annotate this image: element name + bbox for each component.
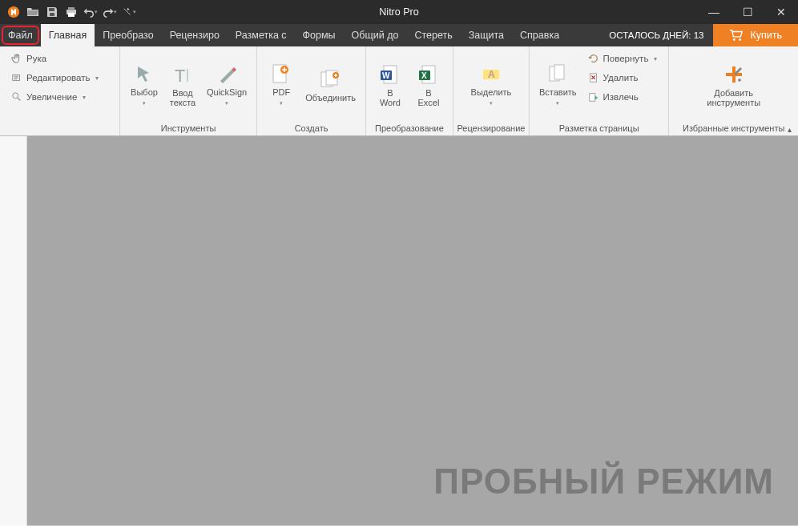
document-area: ПРОБНЫЙ РЕЖИМ [0,136,798,526]
ribbon: Рука Редактировать▾ Увеличение▾ Выбор▾ [0,46,798,136]
to-excel-button[interactable]: X В Excel [409,48,448,120]
trial-watermark: ПРОБНЫЙ РЕЖИМ [433,461,774,502]
tab-file[interactable]: Файл [0,24,41,46]
ribbon-group-page-layout: Вставить▾ Повернуть▾ Удалить Извлечь Раз… [530,46,669,135]
type-text-button[interactable]: T Ввод текста [163,48,202,120]
title-bar: ▾ ▾ ▾ Nitro Pro — ☐ ✕ [0,0,798,24]
app-title: Nitro Pro [379,6,418,18]
svg-rect-0 [49,8,54,11]
svg-point-8 [13,93,18,99]
group-review-label: Рецензирование [453,122,529,135]
print-icon[interactable] [64,5,79,19]
tab-forms[interactable]: Формы [295,24,344,46]
group-layout-label: Разметка страницы [530,122,668,135]
group-convert-label: Преобразование [366,122,453,135]
buy-button[interactable]: Купить [713,24,798,46]
add-tools-button[interactable]: Добавить инструменты [702,48,765,120]
svg-text:W: W [382,71,390,80]
tab-home[interactable]: Главная [41,24,95,46]
svg-text:X: X [421,71,427,80]
svg-text:T: T [175,66,185,86]
ribbon-group-create: PDF▾ Объединить Создать [257,46,366,135]
svg-rect-4 [68,13,75,17]
select-button[interactable]: Выбор▾ [125,48,163,120]
document-canvas[interactable]: ПРОБНЫЙ РЕЖИМ [27,136,798,526]
nav-pane-rail[interactable] [0,136,27,526]
ribbon-tab-bar: Файл Главная Преобразо Рецензиро Разметк… [0,24,798,46]
collapse-ribbon-button[interactable]: ▴ [788,125,792,134]
buy-label: Купить [750,30,782,41]
group-tools-label: Инструменты [120,122,256,135]
open-icon[interactable] [26,5,40,19]
to-word-button[interactable]: W В Word [371,48,409,120]
quick-access-toolbar: ▾ ▾ ▾ [0,5,136,19]
svg-point-5 [733,38,736,41]
extract-button[interactable]: Извлечь [585,88,661,106]
combine-button[interactable]: Объединить [300,48,361,120]
group-favorites-label: Избранные инструменты [669,122,798,135]
redo-icon[interactable]: ▾ [103,5,117,19]
ribbon-group-convert: W В Word X В Excel Преобразование [366,46,453,135]
svg-point-6 [740,38,742,41]
window-controls: — ☐ ✕ [697,0,798,24]
rotate-button[interactable]: Повернуть▾ [585,50,661,67]
zoom-label: Увеличение [26,92,77,102]
trial-days-label: ОСТАЛОСЬ ДНЕЙ: 13 [599,24,713,46]
svg-rect-24 [554,65,564,79]
insert-pages-button[interactable]: Вставить▾ [534,48,582,120]
svg-text:A: A [488,69,495,80]
delete-label: Удалить [603,73,639,83]
ribbon-group-review: A Выделить▾ Рецензирование [453,46,530,135]
tab-page-layout[interactable]: Разметка с [228,24,295,46]
customize-qat-icon[interactable]: ▾ [122,5,136,19]
save-icon[interactable] [45,5,59,19]
hand-tool-button[interactable]: Рука [8,50,111,67]
nitro-logo-icon [6,5,21,19]
tab-review[interactable]: Рецензиро [162,24,228,46]
svg-rect-1 [50,13,54,16]
quicksign-button[interactable]: QuickSign▾ [202,48,252,120]
group-create-label: Создать [257,122,365,135]
highlight-button[interactable]: A Выделить▾ [458,48,524,120]
ribbon-group-favorites: Добавить инструменты Избранные инструмен… [669,46,798,135]
tab-convert[interactable]: Преобразо [95,24,161,46]
hand-label: Рука [26,54,46,63]
rotate-label: Повернуть [603,54,649,63]
delete-button[interactable]: Удалить [585,69,661,87]
maximize-button[interactable]: ☐ [731,0,764,24]
zoom-tool-button[interactable]: Увеличение▾ [8,88,111,106]
tab-help[interactable]: Справка [512,24,567,46]
pdf-button[interactable]: PDF▾ [262,48,300,120]
svg-rect-3 [68,7,75,10]
tab-share[interactable]: Общий до [344,24,407,46]
extract-label: Извлечь [603,92,639,102]
ribbon-group-tools: Выбор▾ T Ввод текста QuickSign▾ Инструме… [120,46,257,135]
edit-tool-button[interactable]: Редактировать▾ [8,69,111,87]
ribbon-group-view: Рука Редактировать▾ Увеличение▾ [0,46,120,135]
cart-icon [729,29,744,42]
tab-protect[interactable]: Защита [461,24,512,46]
close-button[interactable]: ✕ [764,0,798,24]
svg-rect-26 [589,94,594,102]
undo-icon[interactable]: ▾ [83,5,98,19]
tab-erase[interactable]: Стереть [406,24,460,46]
minimize-button[interactable]: — [697,0,731,24]
edit-label: Редактировать [26,73,90,83]
